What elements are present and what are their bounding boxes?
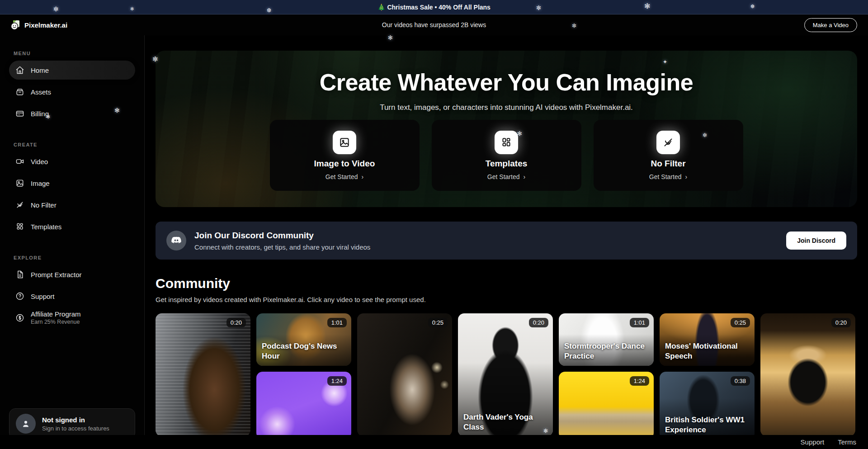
sidebar-section-menu: MENU	[14, 51, 135, 56]
sidebar-item-affiliate-program[interactable]: Affiliate Program Earn 25% Revenue	[9, 308, 135, 327]
duration-badge: 0:20	[226, 318, 246, 327]
discord-text: Join Our Discord Community Connect with …	[194, 231, 370, 251]
templates-icon	[495, 131, 518, 154]
brand[interactable]: Pixelmaker.ai	[0, 19, 67, 30]
video-card-moses[interactable]: 0:25 Moses' Motivational Speech	[660, 313, 755, 366]
document-icon	[15, 270, 24, 279]
duration-badge: 1:01	[630, 318, 649, 327]
duration-badge: 0:20	[529, 318, 548, 327]
sidebar-item-no-filter[interactable]: No Filter	[9, 195, 135, 214]
video-card-lego-naruto[interactable]: 1:24	[559, 372, 654, 439]
footer-terms-link[interactable]: Terms	[838, 438, 856, 446]
sidebar-item-support[interactable]: Support	[9, 287, 135, 306]
sidebar-section-explore: EXPLORE	[14, 255, 135, 260]
promo-banner-text: 🎄 Christmas Sale • 40% Off All Plans	[377, 4, 491, 11]
sidebar-item-label: Billing	[31, 110, 49, 118]
promo-banner: 🎄 Christmas Sale • 40% Off All Plans	[0, 0, 868, 14]
discord-title: Join Our Discord Community	[194, 231, 370, 241]
sidebar-item-label-group: Affiliate Program Earn 25% Revenue	[31, 310, 81, 326]
make-a-video-button[interactable]: Make a Video	[804, 18, 857, 32]
discord-subtitle: Connect with creators, get tips, and sha…	[194, 243, 370, 251]
sidebar-item-label: Home	[31, 66, 49, 74]
templates-icon	[15, 222, 24, 231]
grid-column: 0:25 Moses' Motivational Speech 0:38 Bri…	[660, 313, 755, 439]
video-title: British Soldier's WW1 Experience	[665, 415, 749, 435]
duration-badge: 1:24	[327, 376, 347, 386]
video-title: Stormtrooper's Dance Practice	[564, 341, 648, 361]
hero-cards: Image to Video Get Started › Templates G…	[156, 120, 857, 191]
video-card-purple-abstract[interactable]: 1:24	[256, 372, 351, 439]
duration-badge: 1:01	[327, 318, 347, 327]
sidebar-item-home[interactable]: Home	[9, 61, 135, 80]
grid-column: 0:25	[357, 313, 452, 439]
user-icon	[21, 419, 31, 429]
video-card-wizard[interactable]: 0:25	[357, 313, 452, 436]
join-discord-button[interactable]: Join Discord	[786, 232, 846, 250]
video-card-ww1-soldier[interactable]: 0:38 British Soldier's WW1 Experience	[660, 372, 755, 439]
sidebar-item-label: Image	[31, 180, 50, 187]
sidebar-item-label: Assets	[31, 88, 51, 96]
video-card-bartender[interactable]: 0:20	[760, 313, 855, 436]
sidebar-item-assets[interactable]: Assets	[9, 82, 135, 101]
hero-section: Create Whatever You Can Imagine Turn tex…	[156, 51, 857, 207]
video-title: Moses' Motivational Speech	[665, 341, 749, 361]
no-filter-icon	[656, 131, 680, 154]
video-card-stormtrooper[interactable]: 1:01 Stormtrooper's Dance Practice	[559, 313, 654, 366]
discord-banner: Join Our Discord Community Connect with …	[156, 222, 857, 260]
no-filter-icon	[15, 200, 24, 209]
image-icon	[15, 179, 24, 188]
signin-card[interactable]: Not signed in Sign in to access features	[9, 408, 135, 439]
video-card-bigfoot[interactable]: 0:20	[156, 313, 250, 436]
sidebar-section-create: CREATE	[14, 142, 135, 147]
sidebar-item-sublabel: Earn 25% Revenue	[31, 319, 81, 326]
hero-subtitle: Turn text, images, or characters into st…	[156, 103, 857, 112]
grid-column: 0:20	[156, 313, 250, 439]
card-title: Image to Video	[314, 159, 375, 169]
brand-name: Pixelmaker.ai	[24, 21, 67, 29]
main-content: Create Whatever You Can Imagine Turn tex…	[145, 35, 868, 449]
billing-icon	[15, 109, 24, 118]
video-card-podcast-dog[interactable]: 1:01 Podcast Dog's News Hour	[256, 313, 351, 366]
grid-column: 1:01 Stormtrooper's Dance Practice 1:24	[559, 313, 654, 439]
sidebar-item-templates[interactable]: Templates	[9, 217, 135, 236]
get-started-link[interactable]: Get Started ›	[487, 173, 525, 180]
get-started-label: Get Started	[326, 173, 358, 180]
duration-badge: 0:25	[428, 318, 448, 327]
sidebar-item-label: Video	[31, 158, 48, 165]
card-templates[interactable]: Templates Get Started ›	[432, 120, 581, 191]
pixelmaker-app: 🎄 Christmas Sale • 40% Off All Plans Pix…	[0, 0, 868, 449]
card-no-filter[interactable]: No Filter Get Started ›	[594, 120, 743, 191]
get-started-link[interactable]: Get Started ›	[326, 173, 363, 180]
get-started-link[interactable]: Get Started ›	[649, 173, 687, 180]
footer-support-link[interactable]: Support	[801, 438, 825, 446]
sidebar-item-video[interactable]: Video	[9, 152, 135, 171]
community-title: Community	[156, 276, 857, 291]
hero-title: Create Whatever You Can Imagine	[156, 69, 857, 96]
video-title: Podcast Dog's News Hour	[262, 341, 346, 361]
community-video-grid: 0:20 1:01 Podcast Dog's News Hour 1:24 0…	[156, 313, 857, 439]
sidebar-item-label: Templates	[31, 223, 61, 231]
avatar	[16, 414, 36, 434]
home-icon	[15, 66, 24, 75]
sidebar-item-label: Prompt Extractor	[31, 271, 82, 279]
dollar-icon	[15, 313, 24, 322]
signin-title: Not signed in	[42, 416, 109, 424]
card-image-to-video[interactable]: Image to Video Get Started ›	[270, 120, 420, 191]
sidebar-item-prompt-extractor[interactable]: Prompt Extractor	[9, 265, 135, 284]
chevron-right-icon: ›	[361, 173, 363, 180]
signin-subtitle: Sign in to access features	[42, 425, 109, 432]
duration-badge: 0:25	[731, 318, 750, 327]
sidebar-item-billing[interactable]: Billing	[9, 104, 135, 123]
chevron-right-icon: ›	[523, 173, 525, 180]
video-card-darth-vader[interactable]: 0:20 Darth Vader's Yoga Class	[458, 313, 553, 436]
footer: Support Terms	[0, 435, 868, 449]
community-subtitle: Get inspired by videos created with Pixe…	[156, 296, 857, 303]
image-to-video-icon	[333, 131, 356, 154]
card-title: Templates	[486, 159, 528, 169]
video-icon	[15, 157, 24, 166]
card-title: No Filter	[651, 159, 685, 169]
grid-column: 0:20 Darth Vader's Yoga Class	[458, 313, 553, 439]
header-tagline: Our videos have surpassed 2B views	[0, 21, 868, 28]
header: Pixelmaker.ai Our videos have surpassed …	[0, 14, 868, 35]
sidebar-item-image[interactable]: Image	[9, 174, 135, 193]
